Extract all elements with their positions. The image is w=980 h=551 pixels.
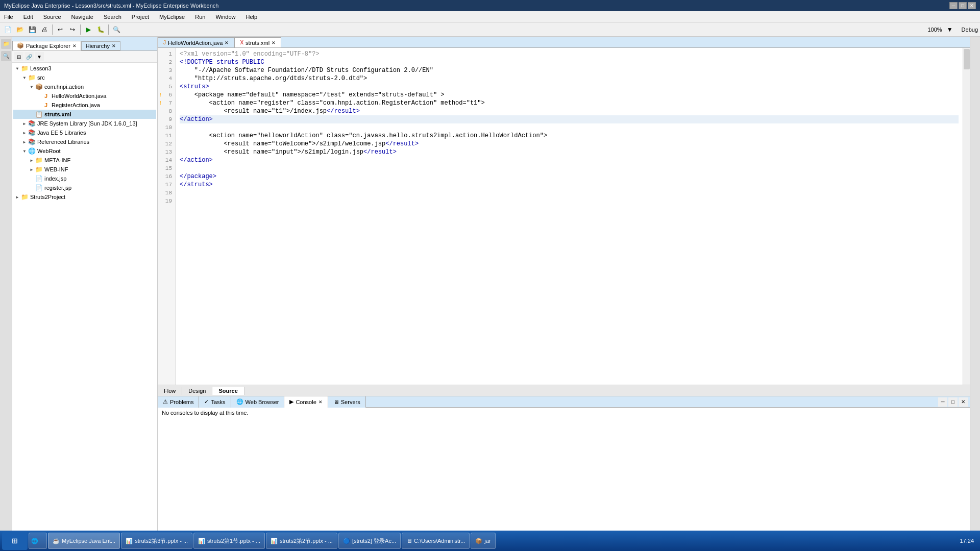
- code-line[interactable]: [180, 197, 959, 205]
- bottom-panel-tabs: ⚠ Problems ✓ Tasks 🌐 Web Browser ▶ Conso…: [158, 396, 366, 408]
- code-line[interactable]: <struts>: [180, 83, 959, 91]
- task-cmd[interactable]: 🖥 C:\Users\Administr...: [402, 533, 470, 549]
- sidebar-icon-2[interactable]: 🔍: [1, 51, 11, 61]
- menu-project[interactable]: Project: [130, 13, 151, 21]
- webbrowser-icon: 🌐: [236, 398, 243, 405]
- close-button[interactable]: ✕: [968, 2, 976, 9]
- new-button[interactable]: 📄: [2, 24, 13, 35]
- start-button[interactable]: ⊞: [2, 532, 28, 550]
- menu-source[interactable]: Source: [41, 13, 63, 21]
- run-button[interactable]: ▶: [83, 24, 94, 35]
- code-line[interactable]: [180, 164, 959, 172]
- tab-struts-xml[interactable]: X struts.xml ✕: [234, 37, 281, 47]
- problems-tab[interactable]: ⚠ Problems: [158, 396, 199, 408]
- minimize-panel-btn[interactable]: ─: [938, 397, 947, 407]
- view-menu-button[interactable]: ▼: [35, 52, 44, 61]
- tree-item[interactable]: JHelloWorldAction.java: [13, 91, 156, 101]
- menu-myeclipse[interactable]: MyEclipse: [157, 13, 187, 21]
- webbrowser-tab[interactable]: 🌐 Web Browser: [231, 396, 285, 408]
- redo-button[interactable]: ↪: [67, 24, 78, 35]
- tab-close-struts[interactable]: ✕: [272, 40, 276, 45]
- collapse-all-button[interactable]: ⊟: [14, 52, 23, 61]
- tree-item[interactable]: ▶📁WEB-INF: [13, 165, 156, 174]
- task-browser-icon[interactable]: 🌐: [29, 533, 47, 549]
- code-line[interactable]: <result name="input">/s2impl/login.jsp</…: [180, 148, 959, 156]
- task-struts3[interactable]: 📊 struts2第3节.pptx - ...: [121, 533, 192, 549]
- menu-navigate[interactable]: Navigate: [69, 13, 95, 21]
- line-number: 12: [158, 140, 175, 148]
- tree-item[interactable]: JRegisterAction.java: [13, 101, 156, 110]
- code-line[interactable]: [180, 189, 959, 197]
- menu-file[interactable]: File: [2, 13, 15, 21]
- source-tab[interactable]: Source: [212, 387, 244, 395]
- design-tab[interactable]: Design: [182, 387, 212, 395]
- print-button[interactable]: 🖨: [39, 24, 50, 35]
- tree-item[interactable]: 📄index.jsp: [13, 174, 156, 183]
- code-line[interactable]: <package name="default" namespace="/test…: [180, 91, 959, 99]
- code-line[interactable]: "-//Apache Software Foundation//DTD Stru…: [180, 66, 959, 74]
- menu-edit[interactable]: Edit: [21, 13, 35, 21]
- code-line[interactable]: </package>: [180, 172, 959, 181]
- undo-button[interactable]: ↩: [55, 24, 66, 35]
- code-line[interactable]: <action name="helloworldAction" class="c…: [180, 132, 959, 140]
- vertical-scrollbar[interactable]: [963, 48, 970, 385]
- task-struts1[interactable]: 📊 struts2第1节.pptx - ...: [193, 533, 265, 549]
- open-button[interactable]: 📂: [14, 24, 26, 35]
- tab-helloworldaction[interactable]: J HelloWorldAction.java ✕: [158, 37, 234, 47]
- hierarchy-close[interactable]: ✕: [112, 43, 116, 48]
- tree-item[interactable]: 📄register.jsp: [13, 183, 156, 192]
- flow-tab[interactable]: Flow: [158, 387, 182, 395]
- package-explorer-tab[interactable]: 📦 Package Explorer ✕: [12, 41, 81, 51]
- save-button[interactable]: 💾: [27, 24, 38, 35]
- tree-item[interactable]: ▼📦com.hnpi.action: [13, 82, 156, 91]
- tasks-tab[interactable]: ✓ Tasks: [199, 396, 231, 408]
- tree-item[interactable]: 📋struts.xml: [13, 110, 156, 119]
- code-line[interactable]: </action>: [180, 115, 959, 123]
- tree-item[interactable]: ▼📁Lesson3: [13, 64, 156, 73]
- close-panel-btn[interactable]: ✕: [959, 397, 968, 407]
- task-browser[interactable]: 🔵 [struts2] 登录Ac...: [338, 533, 401, 549]
- tree-item[interactable]: ▶📚Java EE 5 Libraries: [13, 128, 156, 137]
- menu-help[interactable]: Help: [244, 13, 260, 21]
- zoom-dropdown[interactable]: ▼: [944, 24, 955, 35]
- task-jar[interactable]: 📦 jar: [471, 533, 495, 549]
- menu-window[interactable]: Window: [213, 13, 237, 21]
- console-tab[interactable]: ▶ Console ✕: [284, 396, 328, 408]
- link-editor-button[interactable]: 🔗: [24, 52, 34, 61]
- code-line[interactable]: <result name="toWelcome">/s2impl/welcome…: [180, 140, 959, 148]
- code-line[interactable]: <result name="t1">/index.jsp</result>: [180, 107, 959, 115]
- tree-item[interactable]: ▶📚Referenced Libraries: [13, 137, 156, 146]
- code-line[interactable]: <?xml version="1.0" encoding="UTF-8"?>: [180, 50, 959, 58]
- tree-item[interactable]: ▶📁META-INF: [13, 156, 156, 165]
- tree-item[interactable]: ▶📁Struts2Project: [13, 192, 156, 202]
- tree-item-label: Lesson3: [30, 65, 52, 71]
- hierarchy-tab[interactable]: Hierarchy ✕: [81, 41, 120, 51]
- servers-tab[interactable]: 🖥 Servers: [328, 396, 366, 408]
- sidebar-icon-1[interactable]: 📁: [1, 39, 11, 49]
- code-line[interactable]: </struts>: [180, 181, 959, 189]
- console-close[interactable]: ✕: [318, 399, 323, 405]
- debug-button[interactable]: 🐛: [95, 24, 106, 35]
- minimize-button[interactable]: ─: [949, 2, 958, 9]
- package-explorer-close[interactable]: ✕: [72, 43, 77, 48]
- menu-search[interactable]: Search: [102, 13, 124, 21]
- menu-run[interactable]: Run: [193, 13, 207, 21]
- tree-item[interactable]: ▼📁src: [13, 73, 156, 82]
- code-line[interactable]: [180, 123, 959, 132]
- code-line[interactable]: "http://struts.apache.org/dtds/struts-2.…: [180, 74, 959, 83]
- tab-close-hwa[interactable]: ✕: [225, 40, 229, 45]
- search-button[interactable]: 🔍: [111, 24, 122, 35]
- code-line[interactable]: </action>: [180, 156, 959, 164]
- code-content[interactable]: <?xml version="1.0" encoding="UTF-8"?><!…: [176, 48, 963, 385]
- tree-item[interactable]: ▶📚JRE System Library [Sun JDK 1.6.0_13]: [13, 119, 156, 128]
- task-struts2[interactable]: 📊 struts2第2节.pptx - ...: [266, 533, 337, 549]
- editor-scroll[interactable]: <?xml version="1.0" encoding="UTF-8"?><!…: [176, 48, 970, 385]
- task-myeclipse[interactable]: ☕ MyEclipse Java Ent...: [48, 533, 120, 549]
- code-line[interactable]: <!DOCTYPE struts PUBLIC: [180, 58, 959, 66]
- tree-item[interactable]: ▼🌐WebRoot: [13, 146, 156, 156]
- maximize-panel-btn[interactable]: □: [948, 397, 958, 407]
- code-line[interactable]: <action name="register" class="com.hnpi.…: [180, 99, 959, 107]
- maximize-button[interactable]: □: [959, 2, 967, 9]
- scroll-thumb[interactable]: [964, 49, 970, 69]
- task-struts3-icon: 📊: [126, 538, 133, 544]
